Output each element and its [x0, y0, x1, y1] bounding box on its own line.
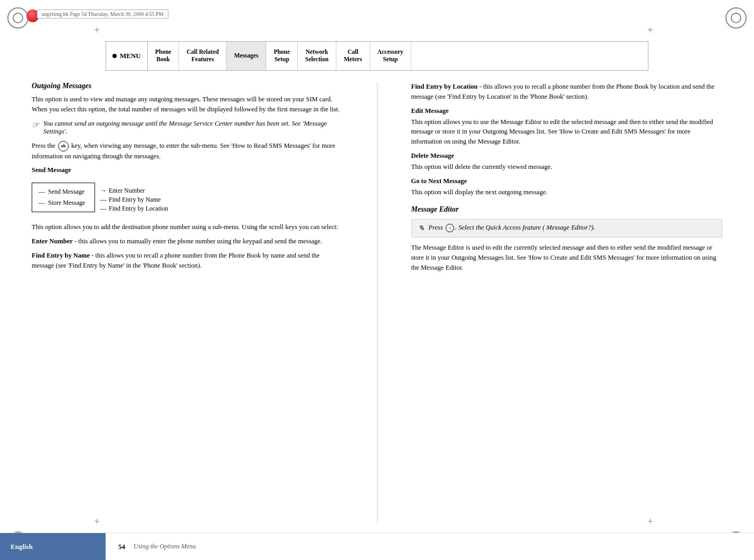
note-box: ☞ You cannot send an outgoing message un… — [32, 120, 343, 136]
intro-paragraph: This option is used to view and manage a… — [32, 94, 343, 115]
quick-tip-icon: ✎ — [418, 224, 425, 233]
footer-bar: English 54 Using the Options Menu — [0, 533, 754, 560]
file-info-bar: angelsing.bk Page 54 Thursday, March 30,… — [37, 10, 168, 18]
corner-decoration-tl — [7, 7, 29, 29]
send-message-heading: Send Message — [32, 166, 343, 174]
corner-decoration-tr — [725, 7, 747, 29]
submenu-find-by-location: — Find Entry by Location — [100, 205, 168, 213]
edit-message-heading: Edit Message — [411, 107, 723, 115]
menu-item-send: — Send Message — [32, 186, 95, 197]
go-next-heading: Go to Next Message — [411, 177, 723, 185]
find-by-location-paragraph: Find Entry by Location - this allows you… — [411, 82, 723, 102]
menu-label-text: MENU — [120, 52, 141, 60]
go-next-text: This option will display the next outgoi… — [411, 187, 723, 197]
enter-number-paragraph: Enter Number - this allows you to manual… — [32, 236, 343, 246]
ok-key-icon: ok — [58, 141, 69, 151]
crosshair-tr — [648, 26, 659, 37]
delete-message-text: This option will delete the currently vi… — [411, 162, 723, 172]
quick-tip-box: ✎ Press ↑. Select the Quick Access featu… — [411, 219, 723, 238]
submenu-enter-number: → Enter Number — [100, 187, 145, 195]
tab-phone-book[interactable]: PhoneBook — [148, 42, 180, 70]
after-menu-text: This option allows you to add the destin… — [32, 222, 343, 232]
left-column: Outgoing Messages This option is used to… — [32, 82, 352, 523]
tab-phone-setup[interactable]: PhoneSetup — [266, 42, 298, 70]
main-content: Outgoing Messages This option is used to… — [32, 82, 722, 523]
tab-call-related-features[interactable]: Call RelatedFeatures — [179, 42, 227, 70]
tab-messages[interactable]: Messages — [227, 42, 266, 70]
delete-message-heading: Delete Message — [411, 152, 723, 160]
quick-tip-text: Press ↑. Select the Quick Access feature… — [429, 224, 596, 232]
menu-diagram: — Send Message — Store Message → Enter N… — [32, 183, 343, 214]
page-subtitle: Using the Options Menu — [134, 543, 196, 550]
message-editor-title: Message Editor — [411, 205, 723, 214]
editor-body-text: The Message Editor is used to edit the c… — [411, 243, 723, 272]
nav-tabs: PhoneBook Call RelatedFeatures Messages … — [148, 42, 648, 70]
tab-accessory-setup[interactable]: AccessorySetup — [370, 42, 411, 70]
find-by-name-paragraph: Find Entry by Name - this allows you to … — [32, 251, 343, 271]
submenu-find-by-name: — Find Entry by Name — [100, 196, 161, 204]
page-number: 54 — [118, 543, 125, 551]
menu-left-box: — Send Message — Store Message — [32, 183, 95, 212]
navigation-bar: MENU PhoneBook Call RelatedFeatures Mess… — [106, 41, 648, 71]
press-ok-text: Press the ok key, when viewing any messa… — [32, 141, 343, 162]
edit-message-text: This option allows you to use the Messag… — [411, 117, 723, 147]
menu-label: MENU — [106, 42, 148, 70]
ok-key-small: ↑ — [446, 224, 454, 232]
menu-item-store: — Store Message — [32, 197, 95, 208]
language-label: English — [0, 533, 106, 560]
menu-submenu-arrows: → Enter Number — Find Entry by Name — Fi… — [100, 183, 168, 214]
note-text: You cannot send an outgoing message unti… — [43, 120, 343, 136]
right-column: Find Entry by Location - this allows you… — [403, 82, 723, 523]
tab-network-selection[interactable]: NetworkSelection — [298, 42, 336, 70]
column-divider — [377, 82, 378, 523]
file-info-text: angelsing.bk Page 54 Thursday, March 30,… — [42, 11, 164, 17]
note-icon: ☞ — [32, 120, 39, 130]
menu-dot-icon — [112, 54, 117, 58]
tab-call-meters[interactable]: CallMeters — [336, 42, 370, 70]
outgoing-messages-title: Outgoing Messages — [32, 82, 343, 90]
crosshair-tl — [95, 26, 106, 37]
